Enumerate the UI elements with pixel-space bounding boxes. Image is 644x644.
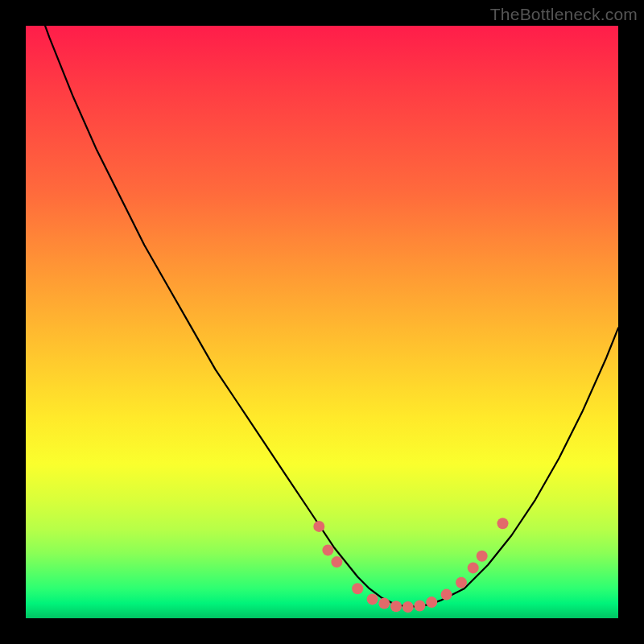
chart-frame: TheBottleneck.com	[0, 0, 644, 644]
data-point	[426, 597, 437, 608]
bottleneck-curve	[26, 26, 618, 606]
data-point	[456, 577, 467, 588]
data-point	[331, 556, 342, 568]
watermark-text: TheBottleneck.com	[490, 5, 638, 24]
data-point	[378, 598, 390, 609]
data-point	[468, 562, 479, 573]
data-points	[313, 518, 508, 613]
data-point	[477, 551, 488, 562]
data-point	[313, 521, 324, 532]
curve-svg	[26, 26, 618, 618]
data-point	[390, 601, 402, 612]
data-point	[352, 583, 363, 594]
data-point	[367, 593, 378, 605]
data-point	[497, 518, 509, 529]
data-point	[414, 601, 425, 612]
data-point	[322, 544, 333, 555]
plot-area	[26, 26, 618, 618]
data-point	[402, 601, 414, 613]
data-point	[441, 589, 452, 601]
